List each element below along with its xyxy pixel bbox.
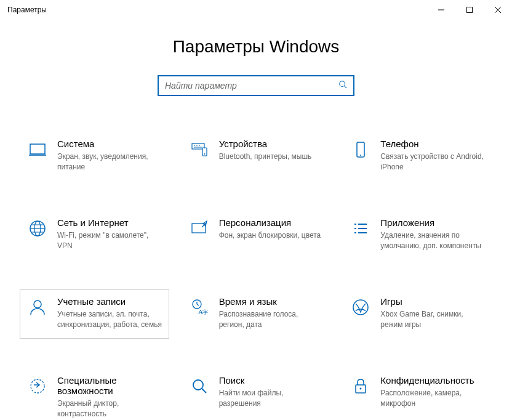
system-icon	[25, 139, 50, 160]
tile-privacy[interactable]: Конфиденциальность Расположение, камера,…	[343, 368, 492, 420]
svg-point-14	[204, 153, 205, 155]
tile-title: Время и язык	[219, 296, 326, 307]
svg-text:字: 字	[202, 309, 208, 315]
svg-point-39	[193, 380, 203, 390]
svg-point-4	[340, 81, 345, 87]
tile-desc: Распознавание голоса, регион, дата	[219, 309, 326, 330]
svg-point-16	[360, 155, 361, 156]
tile-desc: Фон, экран блокировки, цвета	[219, 230, 326, 241]
svg-line-33	[197, 304, 199, 305]
titlebar: Параметры	[0, 0, 512, 20]
tile-personalization[interactable]: Персонализация Фон, экран блокировки, цв…	[182, 211, 331, 260]
tile-network[interactable]: Сеть и Интернет Wi-Fi, режим "в самолете…	[20, 211, 169, 260]
tile-title: Учетные записи	[57, 296, 164, 307]
tile-time[interactable]: A字 Время и язык Распознавание голоса, ре…	[182, 289, 331, 339]
devices-icon	[187, 139, 212, 160]
accounts-icon	[25, 296, 50, 317]
svg-point-42	[360, 388, 362, 390]
privacy-icon	[348, 375, 373, 396]
tile-title: Конфиденциальность	[380, 375, 487, 386]
tile-apps[interactable]: Приложения Удаление, значения по умолчан…	[343, 211, 492, 260]
svg-rect-13	[202, 148, 207, 156]
settings-grid: Система Экран, звук, уведомления, питани…	[0, 132, 512, 420]
tile-phone[interactable]: Телефон Связать устройство с Android, iP…	[343, 132, 492, 181]
search-box[interactable]	[158, 75, 354, 96]
tile-desc: Xbox Game Bar, снимки, режим игры	[380, 309, 487, 330]
tile-title: Приложения	[380, 217, 487, 228]
window-title: Параметры	[7, 6, 47, 14]
tile-desc: Экран, звук, уведомления, питание	[57, 151, 164, 172]
tile-desc: Экранный диктор, контрастность	[57, 398, 164, 419]
tile-desc: Связать устройство с Android, iPhone	[380, 151, 487, 172]
tile-title: Персонализация	[219, 217, 326, 228]
tile-system[interactable]: Система Экран, звук, уведомления, питани…	[20, 132, 169, 181]
tile-title: Устройства	[219, 139, 326, 149]
search-container	[0, 75, 512, 96]
search-icon	[338, 80, 347, 91]
svg-rect-1	[467, 7, 473, 13]
network-icon	[25, 217, 50, 238]
tile-title: Система	[57, 139, 164, 149]
gaming-icon	[348, 296, 373, 317]
tile-devices[interactable]: Устройства Bluetooth, принтеры, мышь	[182, 132, 331, 181]
svg-rect-6	[30, 144, 45, 154]
svg-line-5	[345, 86, 347, 89]
close-button[interactable]	[484, 0, 512, 20]
svg-line-40	[202, 389, 206, 393]
tile-ease-of-access[interactable]: Специальные возможности Экранный диктор,…	[20, 368, 169, 420]
personalization-icon	[187, 217, 212, 238]
tile-desc: Удаление, значения по умолчанию, доп. ко…	[380, 230, 487, 251]
window-controls	[427, 0, 512, 20]
tile-title: Сеть и Интернет	[57, 217, 164, 228]
tile-desc: Bluetooth, принтеры, мышь	[219, 151, 326, 162]
apps-icon	[348, 217, 373, 238]
tile-accounts[interactable]: Учетные записи Учетные записи, эл. почта…	[20, 289, 169, 339]
search-tile-icon	[187, 375, 212, 396]
tile-title: Игры	[380, 296, 487, 307]
ease-of-access-icon	[25, 375, 50, 396]
maximize-button[interactable]	[455, 0, 484, 20]
tile-search[interactable]: Поиск Найти мои файлы, разрешения	[182, 368, 331, 420]
svg-point-30	[34, 301, 41, 308]
search-input[interactable]	[165, 81, 338, 91]
tile-desc: Найти мои файлы, разрешения	[219, 388, 326, 409]
tile-desc: Расположение, камера, микрофон	[380, 388, 487, 409]
tile-title: Телефон	[380, 139, 487, 149]
tile-desc: Wi-Fi, режим "в самолете", VPN	[57, 230, 164, 251]
minimize-button[interactable]	[427, 0, 455, 20]
svg-rect-22	[192, 224, 206, 233]
phone-icon	[348, 139, 373, 160]
tile-desc: Учетные записи, эл. почта, синхронизация…	[57, 309, 164, 330]
tile-gaming[interactable]: Игры Xbox Game Bar, снимки, режим игры	[343, 289, 492, 339]
tile-title: Поиск	[219, 375, 326, 386]
page-title: Параметры Windows	[0, 37, 512, 57]
time-language-icon: A字	[187, 296, 212, 317]
tile-title: Специальные возможности	[57, 375, 164, 396]
